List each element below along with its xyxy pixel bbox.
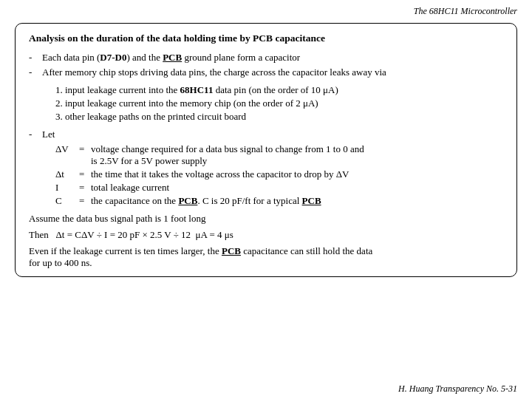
numbered-item-3: 3. other leakage paths on the printed ci… — [55, 111, 503, 123]
even-section: Even if the leakage current is ten times… — [29, 245, 503, 269]
main-content-box: Analysis on the duration of the data hol… — [15, 23, 517, 277]
even-line-1: Even if the leakage current is ten times… — [29, 245, 503, 257]
def-row-c: C = the capacitance on the PCB. C is 20 … — [55, 195, 503, 207]
numbered-list: 1. input leakage current into the 68HC11… — [55, 84, 503, 123]
text-i: total leakage current — [91, 182, 503, 194]
def-row-i: I = total leakage current — [55, 182, 503, 194]
text-c: the capacitance on the PCB. C is 20 pF/f… — [91, 195, 503, 207]
symbol-dv: ΔV — [55, 143, 79, 155]
eq-dt: = — [79, 168, 91, 180]
eq-dv: = — [79, 143, 91, 155]
numbered-item-1: 1. input leakage current into the 68HC11… — [55, 84, 503, 96]
then-section: Then Δt = CΔV ÷ I = 20 pF × 2.5 V ÷ 12 μ… — [29, 229, 503, 241]
bullet-text-2: After memory chip stops driving data pin… — [42, 66, 386, 78]
bullet-section: - Each data pin (D7-D0) and the PCB grou… — [29, 52, 503, 78]
assume-section: Assume the data bus signal path is 1 foo… — [29, 213, 503, 225]
def-row-dv: ΔV = voltage change required for a data … — [55, 143, 503, 167]
def-row-dt: Δt = the time that it takes the voltage … — [55, 168, 503, 180]
symbol-c: C — [55, 195, 79, 207]
box-title: Analysis on the duration of the data hol… — [29, 33, 503, 44]
symbol-i: I — [55, 182, 79, 194]
dash-1: - — [29, 52, 39, 64]
let-section: - Let ΔV = voltage change required for a… — [29, 129, 503, 207]
even-line-2: for up to 400 ns. — [29, 257, 503, 269]
page-header: The 68HC11 Microcontroller — [0, 0, 532, 20]
eq-i: = — [79, 182, 91, 194]
text-dt: the time that it takes the voltage acros… — [91, 168, 503, 180]
page-footer: H. Huang Transparency No. 5-31 — [398, 383, 517, 395]
then-prefix: Then — [29, 229, 53, 240]
text-dv: voltage change required for a data bus s… — [91, 143, 503, 167]
definitions-table: ΔV = voltage change required for a data … — [55, 143, 503, 207]
bullet-text-1: Each data pin (D7-D0) and the PCB ground… — [42, 52, 300, 64]
bullet-item-2: - After memory chip stops driving data p… — [29, 66, 503, 78]
symbol-dt: Δt — [55, 168, 79, 180]
eq-c: = — [79, 195, 91, 207]
let-label-row: - Let — [29, 129, 503, 140]
and-text: and — [350, 143, 364, 154]
bullet-item-1: - Each data pin (D7-D0) and the PCB grou… — [29, 52, 503, 64]
let-dash: - — [29, 129, 39, 140]
numbered-item-2: 2. input leakage current into the memory… — [55, 98, 503, 109]
let-label: Let — [42, 129, 55, 140]
then-formula: Δt = CΔV ÷ I = 20 pF × 2.5 V ÷ 12 μA = 4… — [55, 229, 233, 240]
dash-2: - — [29, 66, 39, 78]
